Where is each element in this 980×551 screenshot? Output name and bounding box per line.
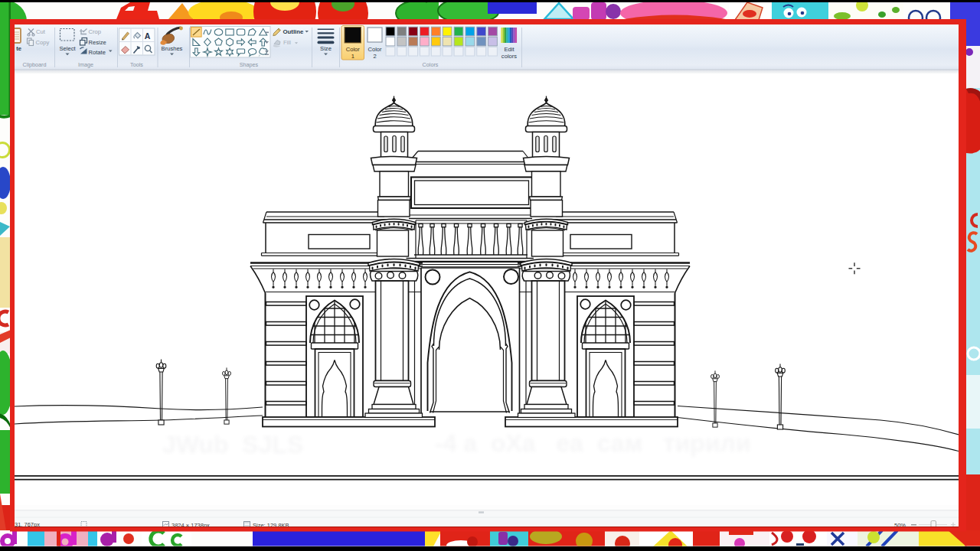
svg-text:50%: 50% bbox=[894, 522, 906, 527]
svg-text:Size: Size bbox=[320, 45, 332, 52]
svg-text:Shapes: Shapes bbox=[240, 61, 259, 68]
svg-text:Rotate: Rotate bbox=[89, 49, 106, 56]
svg-text:-4 а оXа еа сам тирили: -4 а оXа еа сам тирили bbox=[435, 429, 751, 457]
svg-text:Brushes: Brushes bbox=[162, 45, 183, 52]
svg-text:Cut: Cut bbox=[36, 28, 46, 35]
svg-text:31, 767px: 31, 767px bbox=[15, 521, 40, 527]
svg-text:Copy: Copy bbox=[36, 39, 50, 46]
svg-text:Colors: Colors bbox=[423, 61, 439, 68]
svg-text:te: te bbox=[16, 45, 21, 52]
svg-text:colors: colors bbox=[501, 53, 517, 60]
svg-text:Fill: Fill bbox=[283, 39, 291, 46]
svg-text:1: 1 bbox=[351, 53, 354, 60]
svg-text:Tools: Tools bbox=[130, 61, 143, 68]
svg-text:Clipboard: Clipboard bbox=[23, 61, 47, 68]
svg-text:Select: Select bbox=[59, 45, 76, 52]
svg-text:2: 2 bbox=[373, 53, 376, 60]
svg-text:Size: 129.8KB: Size: 129.8KB bbox=[253, 522, 289, 527]
svg-text:JWub SJLS: JWub SJLS bbox=[162, 431, 303, 458]
svg-text:Resize: Resize bbox=[89, 39, 106, 46]
svg-text:Outline: Outline bbox=[283, 28, 305, 35]
svg-text:Edit: Edit bbox=[504, 46, 514, 53]
svg-text:A: A bbox=[145, 31, 151, 41]
svg-text:Color: Color bbox=[346, 46, 361, 53]
svg-text:3824 × 1738px: 3824 × 1738px bbox=[172, 522, 210, 527]
svg-text:Color: Color bbox=[368, 46, 382, 53]
svg-text:Image: Image bbox=[78, 61, 93, 68]
svg-text:Crop: Crop bbox=[89, 28, 101, 35]
